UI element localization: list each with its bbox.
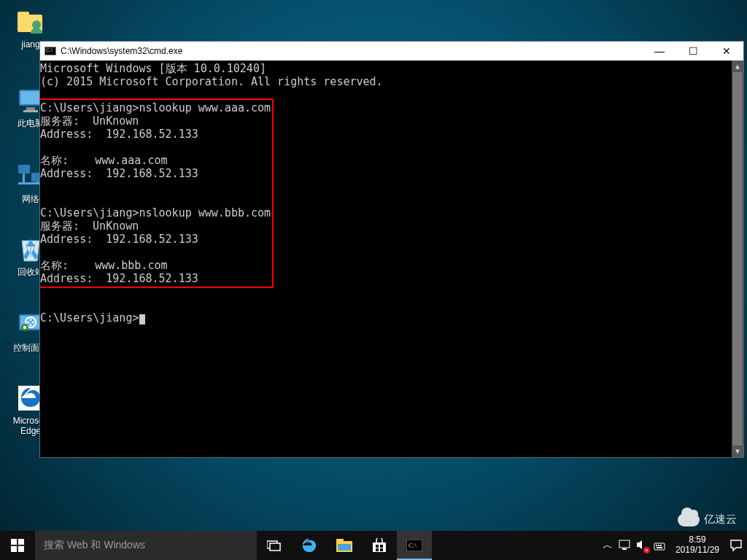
svg-rect-30 <box>376 548 379 551</box>
svg-rect-29 <box>380 545 383 548</box>
cmd-output: Microsoft Windows [版本 10.0.10240] (c) 20… <box>40 62 383 324</box>
svg-rect-5 <box>26 107 35 110</box>
svg-rect-7 <box>18 165 30 174</box>
cmd-window[interactable]: C:\Windows\system32\cmd.exe — ☐ ✕ Micros… <box>39 41 744 458</box>
cloud-icon <box>678 513 700 526</box>
clock-date: 2019/11/29 <box>676 545 719 556</box>
svg-rect-1 <box>18 12 29 18</box>
edge-icon <box>301 537 317 553</box>
svg-rect-31 <box>380 548 383 551</box>
svg-rect-23 <box>270 543 280 551</box>
svg-rect-39 <box>660 545 662 546</box>
svg-rect-25 <box>336 539 344 542</box>
cmd-titlebar[interactable]: C:\Windows\system32\cmd.exe — ☐ ✕ <box>40 42 743 61</box>
svg-text:C:\: C:\ <box>409 542 417 549</box>
watermark: 亿速云 <box>678 513 737 526</box>
user-folder-icon <box>16 7 45 36</box>
store-icon <box>372 538 387 553</box>
svg-rect-26 <box>338 544 351 551</box>
search-placeholder: 搜索 Web 和 Windows <box>44 539 145 552</box>
maximize-button[interactable]: ☐ <box>676 42 710 61</box>
system-tray[interactable]: ︿ × 8:59 2019/11/29 <box>603 531 747 560</box>
svg-rect-10 <box>23 174 25 184</box>
tray-chevron-up-icon[interactable]: ︿ <box>603 539 613 552</box>
svg-rect-16 <box>23 326 26 329</box>
svg-rect-19 <box>18 539 24 545</box>
task-view-icon <box>267 540 282 551</box>
taskbar-explorer[interactable] <box>327 531 362 560</box>
svg-rect-35 <box>622 548 627 550</box>
svg-rect-6 <box>23 110 38 112</box>
svg-rect-27 <box>373 542 386 552</box>
svg-rect-38 <box>658 545 659 546</box>
cmd-taskbar-icon: C:\ <box>406 540 422 551</box>
tray-clock[interactable]: 8:59 2019/11/29 <box>671 535 724 556</box>
svg-rect-11 <box>36 182 39 184</box>
taskbar[interactable]: 搜索 Web 和 Windows C:\ ︿ <box>0 531 747 560</box>
svg-rect-4 <box>20 91 41 104</box>
cmd-cursor <box>139 314 145 324</box>
svg-rect-21 <box>18 546 24 552</box>
svg-rect-40 <box>657 547 662 548</box>
tray-volume-icon[interactable]: × <box>636 540 648 552</box>
watermark-text: 亿速云 <box>704 513 737 526</box>
tray-ime-icon[interactable] <box>654 539 665 553</box>
taskbar-store[interactable] <box>362 531 397 560</box>
cmd-icon <box>44 47 56 55</box>
scroll-up-button[interactable]: ▲ <box>732 61 743 72</box>
windows-logo-icon <box>11 539 24 552</box>
svg-rect-36 <box>654 543 665 550</box>
scroll-down-button[interactable]: ▼ <box>732 446 743 457</box>
file-explorer-icon <box>336 539 352 552</box>
start-button[interactable] <box>0 531 35 560</box>
close-button[interactable]: ✕ <box>710 42 743 61</box>
minimize-button[interactable]: — <box>643 42 676 61</box>
cmd-body[interactable]: Microsoft Windows [版本 10.0.10240] (c) 20… <box>40 61 743 457</box>
clock-time: 8:59 <box>676 535 719 545</box>
cmd-title-text: C:\Windows\system32\cmd.exe <box>61 46 182 56</box>
search-box[interactable]: 搜索 Web 和 Windows <box>35 531 257 560</box>
svg-rect-18 <box>11 539 17 545</box>
svg-rect-37 <box>656 545 657 546</box>
tray-network-icon[interactable] <box>619 540 630 552</box>
taskbar-cmd[interactable]: C:\ <box>397 531 432 560</box>
svg-rect-28 <box>376 545 379 548</box>
taskbar-edge[interactable] <box>292 531 327 560</box>
svg-rect-34 <box>619 540 630 548</box>
task-view-button[interactable] <box>257 531 292 560</box>
action-center-button[interactable] <box>729 539 743 552</box>
svg-rect-20 <box>11 546 17 552</box>
vertical-scrollbar[interactable]: ▲ ▼ <box>732 61 743 457</box>
scroll-thumb[interactable] <box>732 72 743 453</box>
